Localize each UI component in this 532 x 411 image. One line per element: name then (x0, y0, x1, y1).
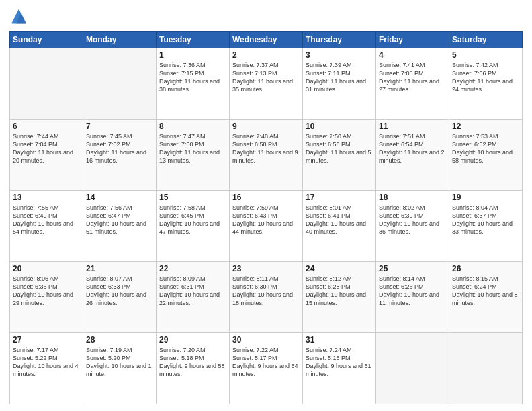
calendar-cell: 11Sunrise: 7:51 AM Sunset: 6:54 PM Dayli… (376, 120, 449, 191)
day-number: 4 (379, 50, 446, 60)
calendar-cell: 10Sunrise: 7:50 AM Sunset: 6:56 PM Dayli… (303, 120, 376, 191)
day-info: Sunrise: 8:04 AM Sunset: 6:37 PM Dayligh… (452, 203, 519, 236)
calendar-cell: 18Sunrise: 8:02 AM Sunset: 6:39 PM Dayli… (376, 191, 449, 262)
day-info: Sunrise: 7:24 AM Sunset: 5:15 PM Dayligh… (306, 346, 373, 379)
generalblue-logo-icon (9, 7, 28, 26)
calendar-cell: 19Sunrise: 8:04 AM Sunset: 6:37 PM Dayli… (449, 191, 523, 262)
calendar-cell: 24Sunrise: 8:12 AM Sunset: 6:28 PM Dayli… (303, 262, 376, 333)
day-info: Sunrise: 8:12 AM Sunset: 6:28 PM Dayligh… (306, 275, 373, 308)
day-info: Sunrise: 7:41 AM Sunset: 7:08 PM Dayligh… (379, 61, 446, 94)
day-info: Sunrise: 7:44 AM Sunset: 7:04 PM Dayligh… (13, 132, 80, 165)
day-info: Sunrise: 7:17 AM Sunset: 5:22 PM Dayligh… (13, 346, 80, 379)
calendar-cell: 30Sunrise: 7:22 AM Sunset: 5:17 PM Dayli… (230, 333, 303, 404)
day-number: 19 (452, 193, 519, 202)
day-number: 15 (159, 193, 226, 202)
day-number: 10 (306, 122, 373, 131)
calendar-week-row: 27Sunrise: 7:17 AM Sunset: 5:22 PM Dayli… (10, 333, 523, 404)
day-info: Sunrise: 8:14 AM Sunset: 6:26 PM Dayligh… (379, 275, 446, 308)
calendar-cell: 6Sunrise: 7:44 AM Sunset: 7:04 PM Daylig… (10, 120, 83, 191)
page: SundayMondayTuesdayWednesdayThursdayFrid… (0, 0, 532, 411)
day-number: 6 (13, 122, 80, 131)
calendar-cell: 13Sunrise: 7:55 AM Sunset: 6:49 PM Dayli… (10, 191, 83, 262)
weekday-header-sunday: Sunday (10, 32, 83, 48)
calendar-cell: 9Sunrise: 7:48 AM Sunset: 6:58 PM Daylig… (230, 120, 303, 191)
day-number: 3 (306, 50, 373, 60)
day-info: Sunrise: 7:50 AM Sunset: 6:56 PM Dayligh… (306, 132, 373, 165)
calendar-cell: 22Sunrise: 8:09 AM Sunset: 6:31 PM Dayli… (157, 262, 230, 333)
day-number: 23 (232, 264, 300, 273)
calendar-cell: 12Sunrise: 7:53 AM Sunset: 6:52 PM Dayli… (449, 120, 523, 191)
calendar-cell: 3Sunrise: 7:39 AM Sunset: 7:11 PM Daylig… (303, 48, 376, 120)
weekday-header-monday: Monday (83, 32, 157, 48)
calendar-cell: 5Sunrise: 7:42 AM Sunset: 7:06 PM Daylig… (449, 48, 523, 120)
day-number: 7 (86, 122, 153, 131)
day-info: Sunrise: 7:47 AM Sunset: 7:00 PM Dayligh… (159, 132, 226, 165)
day-info: Sunrise: 7:39 AM Sunset: 7:11 PM Dayligh… (306, 61, 373, 94)
day-number: 28 (86, 335, 153, 345)
calendar-cell: 20Sunrise: 8:06 AM Sunset: 6:35 PM Dayli… (10, 262, 83, 333)
calendar-cell: 29Sunrise: 7:20 AM Sunset: 5:18 PM Dayli… (157, 333, 230, 404)
day-info: Sunrise: 7:37 AM Sunset: 7:13 PM Dayligh… (232, 61, 300, 94)
day-number: 8 (159, 122, 226, 131)
calendar-cell (83, 48, 157, 120)
calendar-cell: 27Sunrise: 7:17 AM Sunset: 5:22 PM Dayli… (10, 333, 83, 404)
calendar-cell: 2Sunrise: 7:37 AM Sunset: 7:13 PM Daylig… (230, 48, 303, 120)
day-number: 2 (232, 50, 300, 60)
day-info: Sunrise: 7:48 AM Sunset: 6:58 PM Dayligh… (232, 132, 300, 165)
day-info: Sunrise: 8:09 AM Sunset: 6:31 PM Dayligh… (159, 275, 226, 308)
day-info: Sunrise: 8:06 AM Sunset: 6:35 PM Dayligh… (13, 275, 80, 308)
weekday-header-tuesday: Tuesday (157, 32, 230, 48)
calendar-cell: 16Sunrise: 7:59 AM Sunset: 6:43 PM Dayli… (230, 191, 303, 262)
day-number: 18 (379, 193, 446, 202)
weekday-header-wednesday: Wednesday (230, 32, 303, 48)
day-number: 31 (306, 335, 373, 345)
day-number: 11 (379, 122, 446, 131)
day-number: 25 (379, 264, 446, 273)
calendar-cell: 4Sunrise: 7:41 AM Sunset: 7:08 PM Daylig… (376, 48, 449, 120)
calendar-cell: 28Sunrise: 7:19 AM Sunset: 5:20 PM Dayli… (83, 333, 157, 404)
day-number: 21 (86, 264, 153, 273)
day-info: Sunrise: 7:53 AM Sunset: 6:52 PM Dayligh… (452, 132, 519, 165)
calendar-cell (376, 333, 449, 404)
weekday-header-thursday: Thursday (303, 32, 376, 48)
calendar-cell: 21Sunrise: 8:07 AM Sunset: 6:33 PM Dayli… (83, 262, 157, 333)
day-number: 22 (159, 264, 226, 273)
calendar-cell: 31Sunrise: 7:24 AM Sunset: 5:15 PM Dayli… (303, 333, 376, 404)
header (9, 7, 523, 26)
day-info: Sunrise: 8:11 AM Sunset: 6:30 PM Dayligh… (232, 275, 300, 308)
calendar-cell: 15Sunrise: 7:58 AM Sunset: 6:45 PM Dayli… (157, 191, 230, 262)
day-number: 16 (232, 193, 300, 202)
day-number: 14 (86, 193, 153, 202)
logo (9, 7, 31, 26)
day-info: Sunrise: 7:42 AM Sunset: 7:06 PM Dayligh… (452, 61, 519, 94)
day-info: Sunrise: 7:58 AM Sunset: 6:45 PM Dayligh… (159, 203, 226, 236)
day-number: 13 (13, 193, 80, 202)
calendar-cell: 14Sunrise: 7:56 AM Sunset: 6:47 PM Dayli… (83, 191, 157, 262)
day-info: Sunrise: 7:59 AM Sunset: 6:43 PM Dayligh… (232, 203, 300, 236)
day-number: 12 (452, 122, 519, 131)
calendar-week-row: 13Sunrise: 7:55 AM Sunset: 6:49 PM Dayli… (10, 191, 523, 262)
calendar-cell: 23Sunrise: 8:11 AM Sunset: 6:30 PM Dayli… (230, 262, 303, 333)
day-info: Sunrise: 8:01 AM Sunset: 6:41 PM Dayligh… (306, 203, 373, 236)
weekday-header-saturday: Saturday (449, 32, 523, 48)
calendar-cell (10, 48, 83, 120)
day-info: Sunrise: 7:36 AM Sunset: 7:15 PM Dayligh… (159, 61, 226, 94)
day-info: Sunrise: 7:20 AM Sunset: 5:18 PM Dayligh… (159, 346, 226, 379)
day-number: 17 (306, 193, 373, 202)
day-number: 20 (13, 264, 80, 273)
day-number: 5 (452, 50, 519, 60)
day-info: Sunrise: 7:45 AM Sunset: 7:02 PM Dayligh… (86, 132, 153, 165)
day-info: Sunrise: 8:02 AM Sunset: 6:39 PM Dayligh… (379, 203, 446, 236)
day-info: Sunrise: 8:07 AM Sunset: 6:33 PM Dayligh… (86, 275, 153, 308)
calendar-week-row: 1Sunrise: 7:36 AM Sunset: 7:15 PM Daylig… (10, 48, 523, 120)
calendar-cell (449, 333, 523, 404)
day-number: 24 (306, 264, 373, 273)
calendar-cell: 26Sunrise: 8:15 AM Sunset: 6:24 PM Dayli… (449, 262, 523, 333)
day-info: Sunrise: 7:56 AM Sunset: 6:47 PM Dayligh… (86, 203, 153, 236)
day-info: Sunrise: 7:19 AM Sunset: 5:20 PM Dayligh… (86, 346, 153, 379)
day-info: Sunrise: 7:22 AM Sunset: 5:17 PM Dayligh… (232, 346, 300, 379)
calendar-table: SundayMondayTuesdayWednesdayThursdayFrid… (9, 31, 523, 404)
day-number: 1 (159, 50, 226, 60)
calendar-cell: 25Sunrise: 8:14 AM Sunset: 6:26 PM Dayli… (376, 262, 449, 333)
weekday-header-friday: Friday (376, 32, 449, 48)
